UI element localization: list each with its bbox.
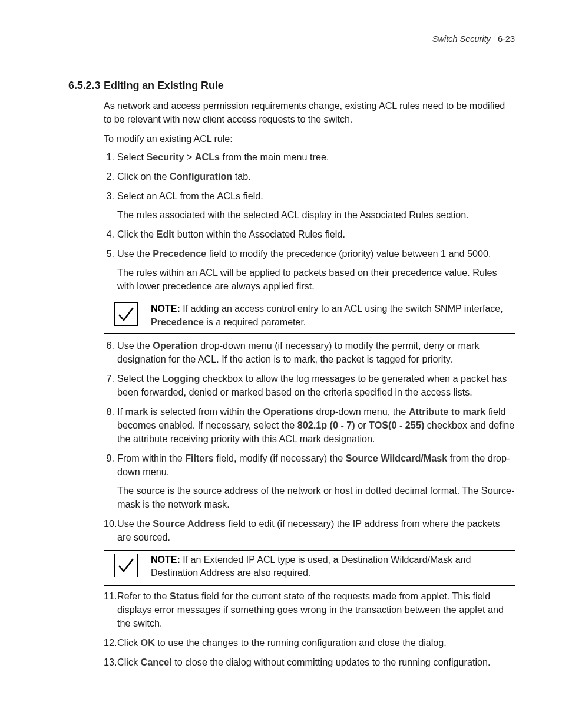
step-number: 11. bbox=[104, 589, 114, 603]
step-number: 13. bbox=[104, 655, 114, 669]
section-title: Editing an Existing Rule bbox=[104, 78, 224, 94]
step-text: Click the Edit button within the Associa… bbox=[117, 228, 515, 241]
step-number: 1. bbox=[104, 150, 114, 164]
step-number: 4. bbox=[104, 228, 114, 241]
step-text: Select the Logging checkbox to allow the… bbox=[117, 372, 515, 399]
step-subtext: The rules within an ACL will be applied … bbox=[117, 266, 515, 293]
checkmark-icon bbox=[114, 302, 138, 326]
step-item: 13.Click Cancel to close the dialog with… bbox=[104, 655, 515, 669]
steps-list: 1.Select Security > ACLs from the main m… bbox=[104, 150, 515, 293]
step-item: 1.Select Security > ACLs from the main m… bbox=[104, 150, 515, 164]
step-subtext: The source is the source address of the … bbox=[117, 484, 515, 511]
step-number: 3. bbox=[104, 189, 114, 203]
step-number: 12. bbox=[104, 636, 114, 650]
page-number: 6-23 bbox=[498, 34, 515, 44]
step-item: 11.Refer to the Status field for the cur… bbox=[104, 589, 515, 630]
step-item: 8.If mark is selected from within the Op… bbox=[104, 405, 515, 446]
step-number: 7. bbox=[104, 372, 114, 386]
steps-list: 6.Use the Operation drop-down menu (if n… bbox=[104, 339, 515, 544]
section-heading: 6.5.2.3 Editing an Existing Rule bbox=[68, 78, 515, 94]
page-header: Switch Security 6-23 bbox=[68, 33, 515, 45]
step-item: 2.Click on the Configuration tab. bbox=[104, 170, 515, 183]
step-number: 10. bbox=[104, 517, 114, 531]
step-item: 10.Use the Source Address field to edit … bbox=[104, 517, 515, 544]
step-text: From within the Filters field, modify (i… bbox=[117, 452, 515, 479]
step-text: Refer to the Status field for the curren… bbox=[117, 589, 515, 630]
step-number: 9. bbox=[104, 452, 114, 465]
step-text: Use the Precedence field to modify the p… bbox=[117, 247, 515, 261]
step-number: 6. bbox=[104, 339, 114, 353]
section-number: 6.5.2.3 bbox=[68, 78, 104, 94]
step-number: 5. bbox=[104, 247, 114, 261]
intro-lead: To modify an existing ACL rule: bbox=[104, 132, 515, 146]
step-text: Select an ACL from the ACLs field. bbox=[117, 189, 515, 203]
step-text: Click on the Configuration tab. bbox=[117, 170, 515, 183]
step-item: 6.Use the Operation drop-down menu (if n… bbox=[104, 339, 515, 366]
checkmark-icon bbox=[114, 554, 138, 577]
steps-list: 11.Refer to the Status field for the cur… bbox=[104, 589, 515, 669]
note-text: NOTE: If adding an access control entry … bbox=[151, 302, 515, 329]
note-label: NOTE: bbox=[151, 304, 180, 314]
step-text: Use the Operation drop-down menu (if nec… bbox=[117, 339, 515, 366]
step-number: 8. bbox=[104, 405, 114, 419]
step-item: 7.Select the Logging checkbox to allow t… bbox=[104, 372, 515, 399]
note-block: NOTE: If an Extended IP ACL type is used… bbox=[104, 550, 515, 584]
intro-paragraph: As network and access permission require… bbox=[104, 99, 515, 126]
step-text: Click Cancel to close the dialog without… bbox=[117, 655, 515, 669]
step-text: If mark is selected from within the Oper… bbox=[117, 405, 515, 446]
step-number: 2. bbox=[104, 170, 114, 183]
step-text: Click OK to use the changes to the runni… bbox=[117, 636, 515, 650]
chapter-name: Switch Security bbox=[432, 34, 491, 44]
step-text: Use the Source Address field to edit (if… bbox=[117, 517, 515, 544]
content-body: As network and access permission require… bbox=[68, 99, 515, 669]
note-label: NOTE: bbox=[151, 555, 180, 565]
note-text: NOTE: If an Extended IP ACL type is used… bbox=[151, 554, 515, 580]
step-item: 9.From within the Filters field, modify … bbox=[104, 452, 515, 511]
step-item: 3.Select an ACL from the ACLs field.The … bbox=[104, 189, 515, 222]
step-item: 5.Use the Precedence field to modify the… bbox=[104, 247, 515, 293]
step-item: 4.Click the Edit button within the Assoc… bbox=[104, 228, 515, 241]
step-subtext: The rules associated with the selected A… bbox=[117, 208, 515, 222]
step-text: Select Security > ACLs from the main men… bbox=[117, 150, 515, 164]
note-block: NOTE: If adding an access control entry … bbox=[104, 299, 515, 333]
step-item: 12.Click OK to use the changes to the ru… bbox=[104, 636, 515, 650]
